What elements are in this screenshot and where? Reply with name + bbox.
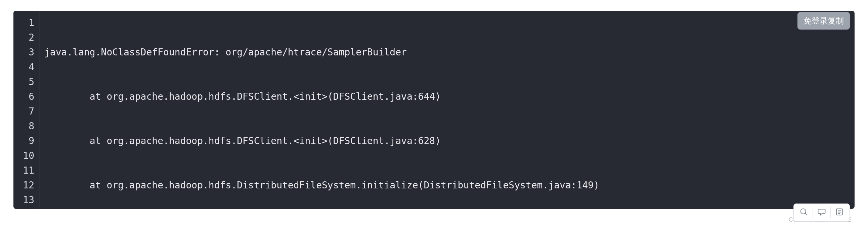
line-number: 9 [22, 134, 34, 149]
action-bar [794, 203, 850, 222]
code-block: 1 2 3 4 5 6 7 8 9 10 11 12 13 java.lang.… [13, 11, 855, 209]
code-line: at org.apache.hadoop.hdfs.DFSClient.<ini… [44, 89, 599, 104]
code-content: java.lang.NoClassDefFoundError: org/apac… [40, 11, 605, 209]
line-number: 7 [22, 104, 34, 119]
note-action[interactable] [831, 205, 848, 220]
code-line: at org.apache.hadoop.hdfs.DistributedFil… [44, 178, 599, 193]
line-number: 4 [22, 60, 34, 74]
line-number: 8 [22, 119, 34, 134]
line-number: 12 [22, 178, 34, 193]
comment-action[interactable] [813, 205, 830, 220]
svg-point-0 [801, 209, 806, 214]
code-line: java.lang.NoClassDefFoundError: org/apac… [44, 45, 599, 60]
line-gutter: 1 2 3 4 5 6 7 8 9 10 11 12 13 [13, 11, 40, 209]
code-line: at org.apache.hadoop.hdfs.DFSClient.<ini… [44, 134, 599, 149]
note-icon [835, 207, 844, 218]
line-number: 10 [22, 149, 34, 163]
line-number: 3 [22, 45, 34, 60]
line-number: 2 [22, 30, 34, 45]
search-icon [799, 207, 809, 218]
line-number: 11 [22, 163, 34, 178]
svg-line-1 [805, 213, 807, 215]
search-action[interactable] [795, 205, 813, 220]
line-number: 5 [22, 74, 34, 89]
line-number: 1 [22, 15, 34, 30]
copy-button[interactable]: 免登录复制 [798, 12, 850, 30]
line-number: 13 [22, 193, 34, 207]
line-number: 6 [22, 89, 34, 104]
comment-icon [817, 207, 826, 218]
